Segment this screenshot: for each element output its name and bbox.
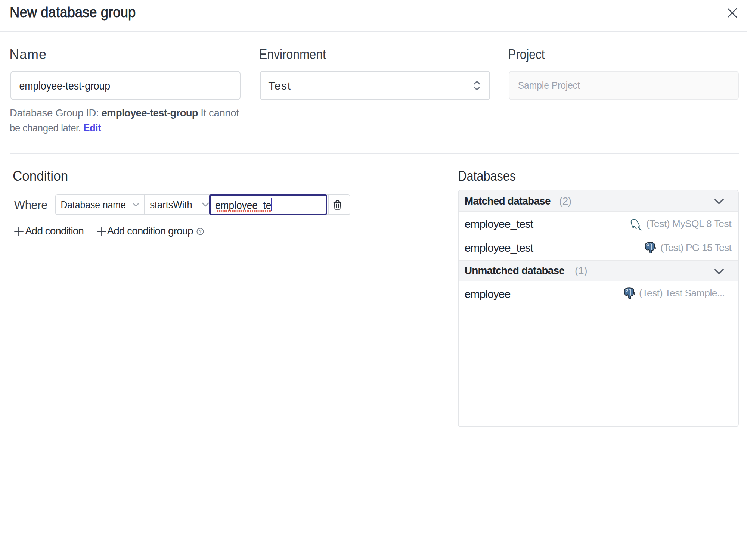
svg-text:?: ? <box>199 229 202 234</box>
